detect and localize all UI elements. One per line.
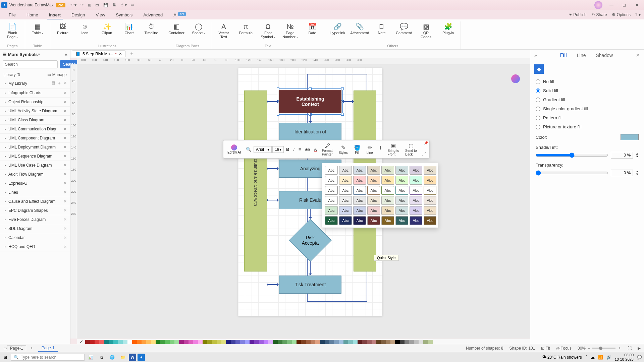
color-swatch[interactable]: [292, 340, 297, 344]
library-item[interactable]: ▸UML Class Diagram✕: [0, 116, 70, 125]
weather-widget[interactable]: 🌦 23°C Rain showers: [542, 355, 582, 360]
color-swatch[interactable]: [212, 340, 217, 344]
color-swatch[interactable]: [278, 340, 282, 344]
color-swatch[interactable]: [240, 340, 245, 344]
library-item[interactable]: ▸My Library▦＋✕: [0, 78, 70, 88]
ribbon-font-symbol[interactable]: ΩFontSymbol ▾: [258, 21, 278, 43]
close-icon[interactable]: ✕: [63, 90, 67, 95]
color-swatch[interactable]: [405, 340, 409, 344]
color-swatch[interactable]: [259, 340, 264, 344]
color-swatch[interactable]: [95, 340, 99, 344]
color-swatch[interactable]: [184, 340, 189, 344]
style-swatch[interactable]: Abc: [367, 186, 380, 195]
box-establishing-context[interactable]: Establishing Context: [279, 90, 341, 113]
italic-button[interactable]: I: [291, 146, 296, 153]
pin-icon[interactable]: 📌: [424, 141, 428, 145]
grid-icon[interactable]: ▦: [52, 80, 55, 86]
style-swatch[interactable]: Abc: [410, 166, 422, 175]
font-size-combo[interactable]: 18▾: [272, 146, 284, 153]
ribbon-comment[interactable]: 💬Comment: [394, 21, 414, 43]
color-swatch[interactable]: [395, 340, 400, 344]
style-swatch[interactable]: Abc: [367, 176, 380, 185]
style-swatch[interactable]: Abc: [353, 166, 366, 175]
align-button[interactable]: ≡: [297, 146, 303, 153]
style-swatch[interactable]: Abc: [424, 206, 436, 215]
close-icon[interactable]: ✕: [63, 217, 67, 222]
add-document-button[interactable]: ＋: [129, 50, 135, 57]
color-swatch[interactable]: [287, 340, 292, 344]
style-swatch[interactable]: Abc: [410, 196, 422, 205]
format-painter-button[interactable]: 🖌Format Painter: [319, 142, 335, 157]
close-icon[interactable]: ✕: [63, 181, 67, 186]
notifications-icon[interactable]: 💬: [637, 355, 642, 360]
color-swatch[interactable]: [189, 340, 193, 344]
color-swatch[interactable]: [362, 340, 367, 344]
style-swatch[interactable]: Abc: [325, 206, 338, 215]
style-swatch[interactable]: Abc: [339, 186, 352, 195]
maximize-button[interactable]: ◻: [619, 1, 630, 9]
style-swatch[interactable]: Abc: [325, 176, 338, 185]
caret-down-icon[interactable]: ▾: [38, 53, 40, 56]
menu-design[interactable]: Design: [66, 11, 90, 19]
style-swatch[interactable]: Abc: [353, 206, 366, 215]
color-swatch[interactable]: [428, 340, 433, 344]
tab-fill[interactable]: Fill: [560, 50, 567, 60]
style-swatch[interactable]: Abc: [339, 216, 352, 225]
style-swatch[interactable]: Abc: [367, 216, 380, 225]
box-identification[interactable]: Identification of: [279, 123, 341, 141]
color-swatch[interactable]: [90, 340, 95, 344]
color-swatch[interactable]: [301, 340, 306, 344]
close-button[interactable]: ✕: [631, 1, 643, 9]
library-item[interactable]: ▸Infographic Charts✕: [0, 88, 70, 98]
close-icon[interactable]: ✕: [63, 190, 67, 195]
color-swatch[interactable]: [297, 340, 301, 344]
send-back-button[interactable]: ▢Send to Back: [402, 142, 419, 157]
explorer-icon[interactable]: 📁: [118, 353, 127, 361]
taskview-icon[interactable]: ⧉: [97, 353, 106, 361]
color-swatch[interactable]: [104, 340, 109, 344]
fill-option-no-fill[interactable]: No fill: [536, 77, 639, 86]
page-list-icon[interactable]: ▭: [3, 346, 7, 351]
undo-button[interactable]: ↶ ▾: [70, 3, 76, 7]
fit-button[interactable]: ⊡ Fit: [541, 346, 550, 351]
font-family-combo[interactable]: Arial▾: [254, 146, 272, 153]
color-swatch[interactable]: [409, 340, 414, 344]
style-swatch[interactable]: Abc: [353, 176, 366, 185]
close-icon[interactable]: ✕: [63, 109, 67, 113]
radio[interactable]: [536, 125, 540, 129]
style-swatch[interactable]: Abc: [339, 176, 352, 185]
color-swatch[interactable]: [311, 340, 315, 344]
open-button[interactable]: 🗀: [95, 3, 99, 7]
color-swatch[interactable]: [329, 340, 334, 344]
color-swatch[interactable]: [146, 340, 151, 344]
color-swatch[interactable]: [207, 340, 212, 344]
color-swatch[interactable]: [132, 340, 137, 344]
close-icon[interactable]: ✕: [63, 100, 67, 104]
bring-front-button[interactable]: ▣Bring to Front: [385, 142, 402, 157]
text-align-button[interactable]: ⫿: [376, 144, 384, 155]
color-swatch[interactable]: [320, 340, 325, 344]
menu-view[interactable]: View: [91, 11, 111, 19]
library-item[interactable]: ▸Calendar✕: [0, 233, 70, 242]
fill-option-gradient-fill[interactable]: Gradient fill: [536, 95, 639, 104]
color-swatch[interactable]: [400, 340, 405, 344]
color-swatch[interactable]: [151, 340, 156, 344]
color-swatch[interactable]: [235, 340, 240, 344]
ribbon-vector-text[interactable]: AVectorText: [214, 21, 233, 43]
expand-panel-button[interactable]: »: [534, 53, 537, 58]
style-swatch[interactable]: Abc: [325, 186, 338, 195]
color-swatch[interactable]: [174, 340, 179, 344]
shade-slider[interactable]: [536, 153, 608, 158]
color-swatch[interactable]: [203, 340, 207, 344]
style-swatch[interactable]: Abc: [339, 196, 352, 205]
page-tab[interactable]: Page-1: [38, 345, 58, 352]
color-swatch[interactable]: [339, 340, 343, 344]
fill-option-solid-fill[interactable]: Solid fill: [536, 86, 639, 95]
close-icon[interactable]: ✕: [63, 80, 67, 86]
close-icon[interactable]: ✕: [63, 118, 67, 122]
style-swatch[interactable]: Abc: [353, 216, 366, 225]
color-swatch[interactable]: [419, 340, 423, 344]
page-selector[interactable]: Page-1: [7, 345, 26, 351]
style-swatch[interactable]: Abc: [339, 166, 352, 175]
manage-library-button[interactable]: ▭ Manage: [47, 72, 67, 77]
